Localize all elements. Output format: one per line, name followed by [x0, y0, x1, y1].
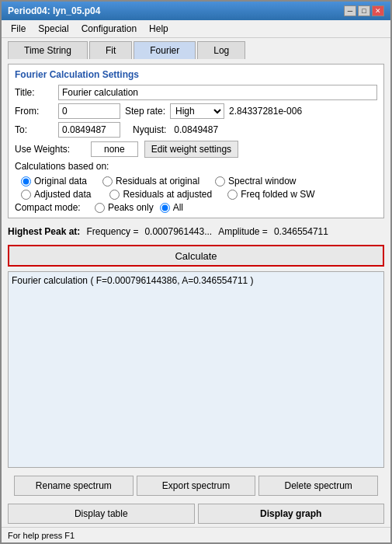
radio-group: Original data Residuals at original Spec…	[15, 176, 377, 200]
window-controls: ─ □ ✕	[344, 5, 384, 16]
highest-peak-row: Highest Peak at: Frequency = 0.000796144…	[8, 223, 384, 240]
radio-adjusted-data-label: Adjusted data	[34, 189, 91, 200]
tab-bar: Time String Fit Fourier Log	[2, 38, 390, 59]
window-title: Period04: lyn_05.p04	[8, 5, 100, 16]
radio-row-2: Adjusted data Residuals at adjusted Freq…	[21, 189, 377, 200]
radio-all[interactable]: All	[160, 202, 183, 213]
frequency-value: 0.0007961443...	[144, 226, 212, 237]
minimize-button[interactable]: ─	[344, 5, 356, 16]
radio-row-1: Original data Residuals at original Spec…	[21, 176, 377, 187]
radio-spectral-window-label: Spectral window	[228, 176, 296, 187]
highest-peak-label: Highest Peak at:	[8, 226, 80, 237]
amplitude-value: 0.346554711	[274, 226, 328, 237]
nyquist-value: 0.0849487	[174, 124, 218, 135]
title-input[interactable]	[58, 85, 377, 100]
output-area: Fourier calculation ( F=0.000796144386, …	[8, 271, 384, 468]
title-label: Title:	[15, 87, 54, 98]
radio-adjusted-data-input[interactable]	[21, 190, 31, 200]
calcs-label-row: Calculations based on:	[15, 161, 377, 174]
tab-fourier[interactable]: Fourier	[134, 41, 196, 59]
section-title: Fourier Calculation Settings	[15, 69, 377, 80]
radio-peaks-only[interactable]: Peaks only	[95, 202, 154, 213]
menu-file[interactable]: File	[5, 22, 32, 36]
radio-freq-folded-input[interactable]	[227, 190, 238, 200]
radio-peaks-only-label: Peaks only	[108, 202, 154, 213]
radio-adjusted-data[interactable]: Adjusted data	[21, 189, 91, 200]
to-nyquist-row: To: Nyquist: 0.0849487	[15, 122, 377, 138]
use-weights-label: Use Weights:	[15, 144, 85, 155]
close-button[interactable]: ✕	[372, 5, 384, 16]
nyquist-label: Nyquist:	[133, 124, 166, 135]
radio-original-data-input[interactable]	[21, 176, 31, 187]
maximize-button[interactable]: □	[358, 5, 370, 16]
display-table-button[interactable]: Display table	[8, 504, 195, 524]
main-content: Fourier Calculation Settings Title: From…	[2, 59, 390, 504]
weights-row: Use Weights: none Edit weight settings	[15, 141, 377, 158]
step-rate-select[interactable]: High Low Medium Very High	[170, 103, 224, 119]
action-buttons-row: Rename spectrum Export spectrum Delete s…	[8, 473, 384, 499]
delete-spectrum-button[interactable]: Delete spectrum	[258, 476, 378, 496]
output-text: Fourier calculation ( F=0.000796144386, …	[12, 275, 254, 286]
radio-residuals-original-input[interactable]	[102, 176, 113, 187]
step-rate-label: Step rate:	[125, 106, 165, 117]
status-text: For help press F1	[8, 531, 75, 540]
radio-residuals-original-label: Residuals at original	[116, 176, 199, 187]
display-graph-button[interactable]: Display graph	[198, 504, 385, 524]
radio-original-data-label: Original data	[34, 176, 87, 187]
radio-residuals-adjusted-label: Residuals at adjusted	[123, 189, 212, 200]
radio-original-data[interactable]: Original data	[21, 176, 87, 187]
tab-log[interactable]: Log	[197, 41, 245, 59]
calcs-label: Calculations based on:	[15, 161, 109, 172]
radio-residuals-adjusted-input[interactable]	[109, 190, 120, 200]
status-bar: For help press F1	[2, 527, 390, 542]
from-label: From:	[15, 106, 54, 117]
edit-weights-button[interactable]: Edit weight settings	[144, 141, 238, 158]
menu-help[interactable]: Help	[143, 22, 175, 36]
radio-all-input[interactable]	[160, 203, 170, 213]
radio-peaks-only-input[interactable]	[95, 203, 105, 213]
title-bar: Period04: lyn_05.p04 ─ □ ✕	[2, 2, 390, 20]
radio-freq-folded[interactable]: Freq folded w SW	[227, 189, 314, 200]
title-row: Title:	[15, 85, 377, 100]
rename-spectrum-button[interactable]: Rename spectrum	[14, 476, 134, 496]
radio-all-label: All	[173, 202, 183, 213]
display-buttons-row: Display table Display graph	[2, 504, 390, 527]
fourier-settings-section: Fourier Calculation Settings Title: From…	[8, 64, 384, 218]
weights-none-display: none	[91, 141, 138, 157]
from-input[interactable]	[58, 103, 120, 119]
radio-residuals-original[interactable]: Residuals at original	[102, 176, 199, 187]
amplitude-label: Amplitude =	[218, 226, 268, 237]
tab-fit[interactable]: Fit	[89, 41, 132, 59]
step-rate-value: 2.84337281e-006	[229, 106, 314, 117]
export-spectrum-button[interactable]: Export spectrum	[137, 476, 256, 496]
from-steprate-row: From: Step rate: High Low Medium Very Hi…	[15, 103, 377, 119]
radio-residuals-adjusted[interactable]: Residuals at adjusted	[109, 189, 212, 200]
calculate-button[interactable]: Calculate	[8, 245, 384, 267]
compact-mode-row: Compact mode: Peaks only All	[15, 202, 377, 213]
menu-bar: File Special Configuration Help	[2, 20, 390, 38]
frequency-label: Frequency =	[86, 226, 138, 237]
to-label: To:	[15, 124, 54, 135]
menu-special[interactable]: Special	[32, 22, 75, 36]
tab-time-string[interactable]: Time String	[8, 41, 88, 59]
radio-spectral-window-input[interactable]	[215, 176, 225, 187]
compact-label: Compact mode:	[15, 202, 88, 213]
radio-spectral-window[interactable]: Spectral window	[215, 176, 296, 187]
to-input[interactable]	[58, 122, 120, 138]
radio-freq-folded-label: Freq folded w SW	[241, 189, 314, 200]
menu-configuration[interactable]: Configuration	[75, 22, 143, 36]
main-window: Period04: lyn_05.p04 ─ □ ✕ File Special …	[0, 0, 392, 544]
